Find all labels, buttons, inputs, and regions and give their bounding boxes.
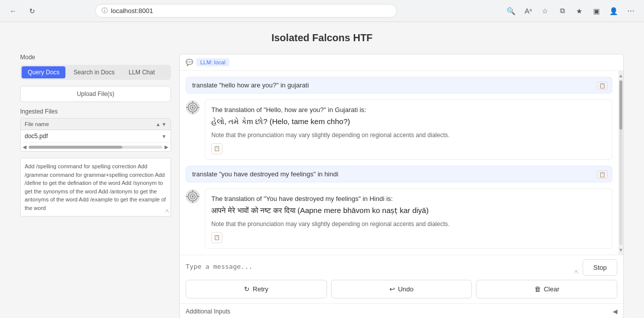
svg-point-3: [192, 107, 194, 109]
row-expand-icon[interactable]: ▼: [162, 134, 167, 139]
assistant-message-2: The translation of "You have destroyed m…: [186, 188, 612, 249]
assistant-intro-1: The translation of "Hello, how are you?"…: [211, 105, 606, 116]
tab-llm-chat[interactable]: LLM Chat: [123, 66, 161, 78]
chat-panel: 💬 LLM: local translate "hello how are yo…: [179, 54, 624, 318]
svg-point-11: [192, 195, 194, 197]
refresh-button[interactable]: ↻: [25, 4, 39, 18]
clear-button[interactable]: 🗑 Clear: [476, 280, 617, 298]
retry-button[interactable]: ↻ Retry: [186, 280, 327, 298]
favorites-button[interactable]: ★: [573, 4, 587, 18]
mode-tabs: Query Docs Search in Docs LLM Chat: [20, 65, 171, 80]
scroll-up-icon[interactable]: ▲: [618, 73, 623, 78]
scroll-left-icon[interactable]: ◀: [23, 144, 27, 150]
url-text: localhost:8001: [111, 7, 153, 15]
assistant-note-2: Note that the pronunciation may vary sli…: [211, 220, 606, 229]
assistant-intro-2: The translation of "You have destroyed m…: [211, 194, 606, 204]
mode-label: Mode: [20, 54, 171, 61]
scroll-right-icon[interactable]: ▶: [165, 144, 169, 150]
copy-message-2-button[interactable]: 📋: [597, 170, 608, 179]
chat-header: 💬 LLM: local: [180, 54, 623, 71]
file-name-column-header: File name: [25, 121, 49, 127]
assistant-avatar-1: [186, 100, 200, 115]
scrollbar-thumb: [29, 146, 122, 149]
address-bar[interactable]: ⓘ localhost:8001: [95, 4, 397, 18]
user-message-2: translate "you have destroyed my feeling…: [186, 166, 612, 182]
tab-search-in-docs[interactable]: Search in Docs: [67, 66, 120, 78]
copy-assistant-1-button[interactable]: 📋: [211, 143, 222, 154]
undo-button[interactable]: ↩ Undo: [331, 280, 472, 298]
assistant-avatar-2: [186, 189, 200, 203]
chat-icon: 💬: [186, 59, 193, 66]
clear-label: Clear: [544, 285, 559, 293]
security-icon: ⓘ: [102, 7, 108, 15]
help-text-box: Add /spelling command for spelling corre…: [20, 158, 171, 217]
files-table-header: File name ▲ ▼: [21, 119, 171, 130]
message-input[interactable]: [186, 261, 571, 276]
chat-input-area: ⇱ Stop: [180, 255, 623, 280]
app-container: Isolated Falcons HTF Mode Query Docs Sea…: [0, 22, 644, 318]
back-button[interactable]: ←: [6, 4, 20, 18]
sort-arrows: ▲ ▼: [155, 122, 167, 127]
browser-chrome: ← ↻ ⓘ localhost:8001 🔍 Aᵃ ☆ ⧉ ★ ▣ 👤 ⋯: [0, 0, 644, 22]
app-title: Isolated Falcons HTF: [10, 32, 634, 44]
assistant-note-1: Note that the pronunciation may vary sli…: [211, 131, 606, 140]
assistant-content-1: The translation of "Hello, how are you?"…: [205, 99, 612, 160]
copy-assistant-2-button[interactable]: 📋: [211, 232, 222, 243]
browser-actions: 🔍 Aᵃ ☆ ⧉ ★ ▣ 👤 ⋯: [504, 4, 638, 18]
files-horizontal-scrollbar: ◀ ▶: [21, 143, 171, 151]
files-table: File name ▲ ▼ doc5.pdf ▼ ◀ ▶: [20, 118, 171, 152]
assistant-message-1: The translation of "Hello, how are you?"…: [186, 99, 612, 160]
left-panel: Mode Query Docs Search in Docs LLM Chat …: [20, 54, 171, 318]
tab-query-docs[interactable]: Query Docs: [22, 66, 65, 78]
assistant-translation-2: आपने मेरे भावों को नष्ट कर दिया (Aapne m…: [211, 204, 606, 217]
upload-files-button[interactable]: Upload File(s): [20, 86, 171, 102]
user-message-1: translate "hello how are you?" in gujara…: [186, 77, 612, 93]
additional-inputs-bar: Additional Inputs ◀: [180, 303, 623, 318]
chat-body: translate "hello how are you?" in gujara…: [180, 71, 623, 255]
clear-icon: 🗑: [534, 285, 541, 293]
copy-message-1-button[interactable]: 📋: [597, 81, 608, 90]
assistant-translation-1: હેલો, તમે કેm છો? (Helo, tame kem chho?): [211, 116, 606, 128]
textarea-resize-icon: ⇱: [575, 269, 579, 275]
zoom-button[interactable]: 🔍: [504, 4, 518, 18]
llm-badge: LLM: local: [196, 58, 229, 66]
additional-inputs-label: Additional Inputs: [186, 308, 230, 315]
help-text-content: Add /spelling command for spelling corre…: [25, 163, 166, 211]
undo-icon: ↩: [389, 285, 395, 293]
read-button[interactable]: Aᵃ: [521, 4, 535, 18]
retry-label: Retry: [253, 285, 268, 293]
extensions-button[interactable]: ▣: [590, 4, 604, 18]
stop-button[interactable]: Stop: [583, 259, 617, 276]
scrollbar-vertical-track[interactable]: [619, 80, 622, 245]
sort-down-icon[interactable]: ▼: [162, 122, 167, 127]
ingested-files-label: Ingested Files: [20, 108, 171, 115]
more-button[interactable]: ⋯: [624, 4, 638, 18]
chat-scrollbar: ▲ ▼: [618, 71, 623, 255]
user-message-2-text: translate "you have destroyed my feeling…: [192, 170, 338, 178]
additional-inputs-toggle-icon[interactable]: ◀: [613, 308, 617, 315]
star-button[interactable]: ☆: [538, 4, 552, 18]
profile-button[interactable]: 👤: [607, 4, 621, 18]
main-layout: Mode Query Docs Search in Docs LLM Chat …: [20, 54, 624, 318]
split-button[interactable]: ⧉: [555, 4, 570, 18]
chat-messages[interactable]: translate "hello how are you?" in gujara…: [180, 71, 618, 255]
file-row: doc5.pdf ▼: [21, 130, 171, 143]
assistant-content-2: The translation of "You have destroyed m…: [205, 188, 612, 249]
retry-icon: ↻: [244, 285, 250, 293]
scrollbar-track[interactable]: [29, 146, 163, 149]
sort-up-icon[interactable]: ▲: [155, 122, 160, 127]
scrollbar-vertical-thumb: [619, 80, 622, 130]
scroll-down-icon[interactable]: ▼: [618, 247, 623, 253]
resize-handle-icon[interactable]: ⇱: [166, 207, 170, 215]
undo-label: Undo: [398, 285, 414, 293]
chat-action-buttons: ↻ Retry ↩ Undo 🗑 Clear: [180, 280, 623, 303]
file-name: doc5.pdf: [25, 133, 162, 140]
user-message-1-text: translate "hello how are you?" in gujara…: [192, 81, 309, 89]
